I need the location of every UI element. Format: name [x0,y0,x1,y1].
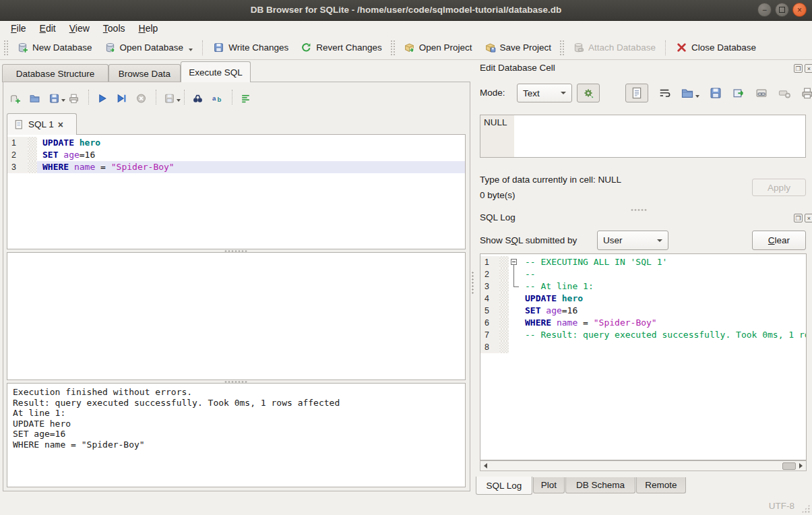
write-changes-icon [213,42,224,53]
menu-tools[interactable]: Tools [96,22,132,34]
print-sql-button[interactable] [68,90,82,104]
toolbar-separator [202,40,204,55]
bottom-tab-plot[interactable]: Plot [533,477,565,493]
minimize-button[interactable]: − [757,3,772,17]
execute-all-icon [96,92,108,103]
copy-link-button[interactable] [755,86,768,100]
text-mode-button[interactable] [625,84,648,102]
clear-log-button[interactable]: Clear [752,231,806,250]
toolbar-drag-handle[interactable] [390,40,396,56]
fold-marker [509,293,520,305]
save-project-button[interactable]: Save Project [478,38,558,57]
code-line: 6WHERE name = "Spider-Boy" [480,317,806,329]
auto-switch-mode-button[interactable] [577,84,600,102]
line-number: 7 [480,329,499,341]
write-changes-button[interactable]: Write Changes [207,38,294,57]
bottom-tab-db-schema[interactable]: DB Schema [565,477,635,493]
scroll-right-icon[interactable] [796,462,806,470]
maximize-icon [779,7,785,13]
mode-combobox[interactable]: Text [517,84,572,102]
maximize-button[interactable] [775,3,789,17]
sql-log-close-button[interactable]: × [805,214,812,222]
export-to-file-button[interactable] [709,86,722,100]
menu-file[interactable]: File [4,22,33,34]
word-wrap-button[interactable] [658,86,671,100]
close-button[interactable]: × [792,3,807,17]
execute-current-line-button[interactable] [116,90,129,104]
dropdown-arrow-icon[interactable] [189,49,193,51]
auto-format-button[interactable] [240,90,253,104]
sql-log-view[interactable]: 1-- EXECUTING ALL IN 'SQL 1'2--3-- At li… [480,253,807,460]
results-grid[interactable] [7,252,466,380]
dropdown-arrow-icon[interactable] [177,99,181,102]
execution-output[interactable]: Execution finished without errors. Resul… [7,383,466,487]
toolbar-separator [88,90,90,104]
open-sql-file-button[interactable] [29,90,42,104]
close-tab-icon[interactable]: × [58,120,63,129]
code-text: -- EXECUTING ALL IN 'SQL 1' [520,256,806,268]
scroll-left-icon[interactable] [480,462,491,470]
log-horizontal-scrollbar[interactable] [480,460,807,471]
print-cell-button[interactable] [801,86,812,100]
fold-marker[interactable] [509,256,520,268]
save-sql-file-button[interactable] [49,90,62,104]
code-line: 3WHERE name = "Spider-Boy" [7,161,465,173]
bottom-tab-sql-log[interactable]: SQL Log [476,477,532,495]
open-database-button[interactable]: Open Database [98,38,199,57]
revert-changes-button[interactable]: Revert Changes [294,38,388,57]
menu-help[interactable]: Help [132,22,165,34]
fold-marker [509,305,520,317]
dock-splitter[interactable] [630,208,648,212]
cell-editor[interactable]: NULL [480,115,806,158]
titlebar: DB Browser for SQLite - /home/user/code/… [0,0,812,21]
open-new-tab-icon [9,92,21,103]
save-sql-file-icon [49,92,60,103]
edit-cell-float-button[interactable]: ❐ [794,64,803,73]
new-database-button[interactable]: New Database [11,38,98,57]
edit-cell-close-button[interactable]: × [805,64,812,73]
open-in-external-button[interactable] [732,86,745,100]
attach-database-label: Attach Database [588,42,656,53]
scrollbar-thumb[interactable] [782,462,796,470]
code-text: UPDATE hero [520,293,806,305]
cell-size-info: 0 byte(s) [480,190,516,200]
menu-view[interactable]: View [63,22,96,34]
open-new-tab-button[interactable] [9,90,23,104]
toolbar-separator [232,90,233,104]
import-from-file-button[interactable] [681,86,699,100]
mode-label: Mode: [480,88,505,98]
toolbar-drag-handle[interactable] [559,40,565,56]
menubar: FileEditViewToolsHelp [0,21,812,36]
resize-grip[interactable] [801,504,810,513]
dropdown-arrow-icon[interactable] [61,99,65,102]
stop-execution-button [135,90,149,104]
bottom-tab-remote[interactable]: Remote [636,477,686,493]
sql-editor-tab[interactable]: SQL 1 × [7,113,77,135]
toolbar-drag-handle[interactable] [3,40,9,56]
code-line: 5SET age=16 [480,305,806,317]
gear-icon [582,86,595,100]
find-button[interactable] [192,90,206,104]
execute-all-button[interactable] [96,90,110,104]
tab-database-structure[interactable]: Database Structure [2,64,108,82]
import-from-file-icon [681,86,694,100]
sql-editor[interactable]: 1UPDATE hero2SET age=163WHERE name = "Sp… [7,134,466,249]
open-project-label: Open Project [419,42,472,53]
tab-execute-sql[interactable]: Execute SQL [181,61,251,82]
close-database-icon [676,42,687,53]
dropdown-arrow-icon[interactable] [695,95,699,98]
tab-browse-data[interactable]: Browse Data [108,64,181,82]
edit-cell-title: Edit Database Cell [480,63,555,73]
open-project-button[interactable]: Open Project [398,38,478,57]
close-database-button[interactable]: Close Database [670,38,762,57]
log-filter-combobox[interactable]: User [597,231,668,250]
window-controls: − × [757,3,807,17]
find-replace-button[interactable]: ab [212,90,225,104]
code-text: SET age=16 [37,149,465,161]
fold-marker [509,280,520,293]
panel-splitter[interactable] [471,271,474,294]
menu-edit[interactable]: Edit [33,22,63,34]
cell-type-info: Type of data currently in cell: NULL [480,175,621,185]
fold-margin [28,137,37,149]
sql-log-float-button[interactable]: ❐ [794,214,803,222]
